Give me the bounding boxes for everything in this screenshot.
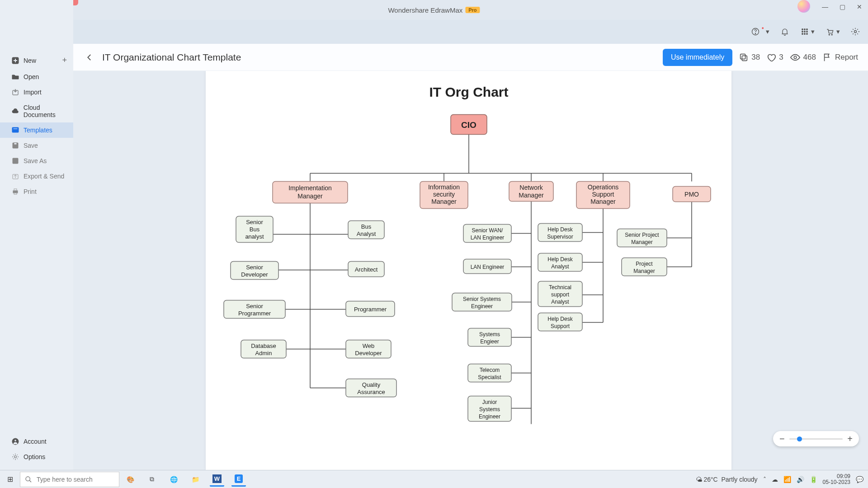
- sidebar-item-saveas[interactable]: Save As: [0, 153, 73, 169]
- bell-icon[interactable]: [780, 27, 789, 36]
- sidebar-label: Templates: [24, 127, 52, 134]
- org-chart-svg: IT Org Chart: [206, 71, 731, 470]
- svg-rect-23: [14, 189, 17, 191]
- svg-point-9: [804, 33, 806, 35]
- tray-battery-icon[interactable]: 🔋: [810, 476, 817, 483]
- taskbar-search[interactable]: Type here to search: [20, 472, 119, 487]
- cart-icon[interactable]: ▾: [826, 27, 840, 36]
- svg-text:Web: Web: [363, 343, 375, 349]
- svg-text:Information: Information: [428, 183, 460, 191]
- start-button[interactable]: ⊞: [0, 475, 20, 483]
- tray-wifi-icon[interactable]: 📶: [783, 476, 791, 483]
- sidebar-item-import[interactable]: Import: [0, 84, 73, 100]
- svg-text:Technical: Technical: [549, 284, 571, 291]
- title-bar: Wondershare EdrawMax Pro — ▢ ✕: [0, 0, 868, 20]
- settings-icon[interactable]: [851, 27, 860, 36]
- svg-text:security: security: [433, 191, 455, 198]
- maximize-button[interactable]: ▢: [834, 0, 851, 14]
- views-stat[interactable]: 468: [790, 52, 816, 62]
- sidebar-label: Cloud Documents: [24, 104, 73, 118]
- svg-text:Systems: Systems: [479, 406, 500, 413]
- taskbar-news-icon[interactable]: 🎨: [123, 472, 137, 487]
- sidebar-label: Save: [24, 142, 38, 149]
- svg-text:Programmer: Programmer: [238, 310, 271, 317]
- taskbar-edraw-icon[interactable]: E: [231, 472, 246, 487]
- zoom-slider[interactable]: [789, 438, 843, 440]
- taskbar-clock[interactable]: 09:0905-10-2023: [823, 474, 850, 485]
- likes-stat[interactable]: 3: [766, 52, 783, 62]
- svg-point-27: [14, 456, 17, 458]
- taskbar-explorer-icon[interactable]: 📁: [188, 472, 203, 487]
- minimize-button[interactable]: —: [816, 0, 834, 14]
- svg-text:Support: Support: [592, 191, 614, 198]
- svg-text:support: support: [551, 291, 570, 298]
- svg-text:Manager: Manager: [590, 198, 616, 205]
- zoom-out-button[interactable]: −: [779, 434, 785, 444]
- zoom-control[interactable]: − +: [773, 431, 859, 446]
- sidebar-item-options[interactable]: Options: [0, 449, 73, 465]
- copies-stat[interactable]: 38: [739, 52, 760, 62]
- svg-point-112: [26, 477, 30, 481]
- grid-icon[interactable]: ▾: [800, 27, 815, 36]
- sidebar-item-open[interactable]: Open: [0, 69, 73, 84]
- sidebar-item-save[interactable]: Save: [0, 138, 73, 153]
- svg-text:Specialist: Specialist: [478, 374, 501, 380]
- weather-widget[interactable]: 🌤 26°C Partly cloudy: [696, 476, 758, 483]
- sidebar-item-cloud[interactable]: Cloud Documents: [0, 100, 73, 122]
- svg-text:Bus: Bus: [250, 226, 260, 233]
- svg-text:Database: Database: [251, 343, 276, 349]
- svg-text:Engineer: Engineer: [479, 413, 500, 420]
- svg-text:Support: Support: [551, 323, 570, 329]
- svg-text:Developer: Developer: [355, 350, 382, 357]
- svg-text:Systems: Systems: [479, 331, 500, 338]
- back-chevron[interactable]: [83, 51, 96, 64]
- svg-text:LAN Engineer: LAN Engineer: [471, 235, 505, 241]
- svg-rect-17: [13, 128, 18, 129]
- tray-chevron-icon[interactable]: ˄: [763, 476, 766, 483]
- diagram-page[interactable]: IT Org Chart: [206, 71, 731, 470]
- svg-text:CIO: CIO: [461, 120, 476, 130]
- canvas-area[interactable]: IT Org Chart: [73, 71, 868, 470]
- app-toolbar: ●▾ ▾ ▾: [0, 20, 868, 43]
- tray-volume-icon[interactable]: 🔊: [797, 476, 804, 483]
- sidebar: New+ Open Import Cloud Documents Templat…: [0, 0, 73, 470]
- search-icon: [25, 476, 32, 483]
- close-button[interactable]: ✕: [851, 0, 868, 14]
- svg-text:Senior: Senior: [246, 303, 263, 310]
- svg-text:Network: Network: [519, 184, 543, 191]
- svg-text:LAN Engineer: LAN Engineer: [471, 264, 505, 270]
- svg-text:Senior Project: Senior Project: [625, 232, 659, 238]
- sidebar-item-new[interactable]: New+: [0, 52, 73, 69]
- sidebar-label: Print: [24, 188, 37, 195]
- plus-icon[interactable]: +: [62, 56, 67, 65]
- sidebar-item-account[interactable]: Account: [0, 434, 73, 449]
- svg-text:Manager: Manager: [633, 268, 655, 274]
- sidebar-label: Options: [24, 453, 45, 460]
- sidebar-label: Open: [24, 73, 39, 80]
- user-avatar[interactable]: [797, 0, 810, 13]
- svg-text:Quality: Quality: [362, 381, 381, 388]
- svg-text:Telecom: Telecom: [480, 367, 500, 373]
- tray-onedrive-icon[interactable]: ☁: [772, 476, 778, 483]
- svg-text:Manager: Manager: [631, 239, 652, 245]
- svg-text:Project: Project: [636, 261, 653, 267]
- svg-text:Help Desk: Help Desk: [547, 256, 573, 263]
- report-button[interactable]: Report: [822, 52, 858, 62]
- sidebar-item-templates[interactable]: Templates: [0, 122, 73, 138]
- svg-text:Supervisor: Supervisor: [547, 234, 573, 240]
- sidebar-item-export[interactable]: Export & Send: [0, 169, 73, 184]
- tray-notifications-icon[interactable]: 💬: [856, 476, 863, 483]
- svg-text:Senior Systems: Senior Systems: [463, 296, 501, 302]
- likes-count: 3: [779, 53, 783, 62]
- svg-text:Help Desk: Help Desk: [547, 226, 573, 233]
- help-icon[interactable]: ●▾: [751, 27, 769, 36]
- svg-text:Analyst: Analyst: [551, 299, 569, 305]
- taskbar-taskview-icon[interactable]: ⧉: [145, 472, 159, 487]
- use-immediately-button[interactable]: Use immediately: [663, 49, 732, 66]
- zoom-in-button[interactable]: +: [847, 434, 853, 444]
- report-label: Report: [835, 53, 858, 62]
- svg-point-1: [755, 33, 755, 34]
- taskbar-edge-icon[interactable]: 🌐: [166, 472, 181, 487]
- sidebar-item-print[interactable]: Print: [0, 184, 73, 199]
- taskbar-word-icon[interactable]: W: [210, 472, 224, 487]
